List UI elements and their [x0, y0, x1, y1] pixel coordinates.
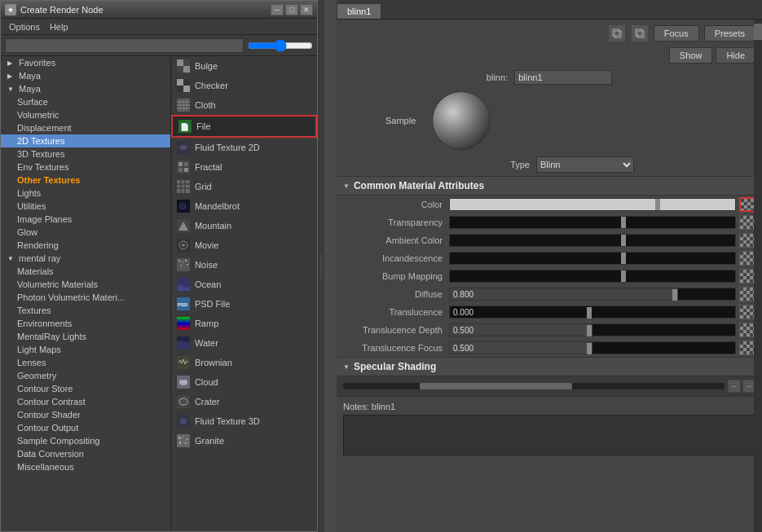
ocean-icon [176, 277, 191, 292]
hide-button[interactable]: Hide [716, 47, 755, 64]
scroll-handle[interactable]: ─ [728, 380, 741, 393]
sidebar-item-environments[interactable]: Environments [1, 317, 170, 330]
tab-blinn1[interactable]: blinn1 [337, 3, 381, 19]
sidebar-item-other-textures[interactable]: Other Textures [1, 174, 170, 187]
texture-item-file[interactable]: 📄 File [171, 115, 317, 138]
panel-divider[interactable] [318, 0, 324, 532]
svg-rect-1 [183, 59, 190, 66]
svg-rect-4 [177, 79, 183, 86]
sidebar-item-data-conversion[interactable]: Data Conversion [1, 447, 170, 460]
maximize-button[interactable]: □ [285, 4, 298, 15]
sidebar-item-glow[interactable]: Glow [1, 226, 170, 239]
sidebar-item-geometry[interactable]: Geometry [1, 369, 170, 382]
texture-item-cloud[interactable]: Cloud [171, 372, 317, 392]
sidebar-item-light-maps[interactable]: Light Maps [1, 343, 170, 356]
notes-textarea[interactable] [343, 415, 755, 455]
texture-label: Fractal [195, 162, 222, 172]
incandescence-checker-btn[interactable] [739, 251, 755, 266]
sidebar-item-contour-output[interactable]: Contour Output [1, 421, 170, 434]
translucence-depth-checker-btn[interactable] [739, 323, 755, 337]
sidebar-item-contour-contrast[interactable]: Contour Contrast [1, 395, 170, 408]
sidebar-item-lights[interactable]: Lights [1, 187, 170, 200]
scrollbar-thumb[interactable] [754, 24, 762, 40]
texture-item-movie[interactable]: Movie [171, 235, 317, 255]
sidebar-item-mr-lights[interactable]: MentalRay Lights [1, 330, 170, 343]
help-menu[interactable]: Help [45, 21, 73, 33]
sidebar-item-utilities[interactable]: Utilities [1, 200, 170, 213]
texture-item-mountain[interactable]: Mountain [171, 216, 317, 235]
transparency-bar[interactable] [449, 216, 736, 229]
search-slider[interactable] [248, 39, 313, 52]
sidebar-item-3d-textures[interactable]: 3D Textures [1, 147, 170, 160]
specular-scrollbar[interactable] [343, 383, 725, 389]
sidebar-item-contour-store[interactable]: Contour Store [1, 382, 170, 395]
color-checker-btn[interactable] [739, 197, 755, 212]
sidebar-item-contour-shader[interactable]: Contour Shader [1, 408, 170, 421]
section-collapse-arrow[interactable]: ▼ [343, 182, 350, 190]
sidebar-item-2d-textures[interactable]: 2D Textures [1, 134, 170, 147]
texture-item-water[interactable]: Water [171, 333, 317, 353]
texture-item-ocean[interactable]: Ocean [171, 275, 317, 294]
translucence-depth-bar[interactable]: 0.500 [449, 323, 736, 336]
incandescence-bar[interactable] [449, 252, 736, 265]
copy-icon-btn[interactable] [608, 24, 626, 42]
blinn-input[interactable] [514, 70, 612, 85]
bump-checker-btn[interactable] [739, 269, 755, 284]
type-select[interactable]: Blinn [536, 156, 634, 173]
transparency-checker-btn[interactable] [739, 215, 755, 230]
focus-button[interactable]: Focus [654, 25, 699, 42]
sidebar-item-materials[interactable]: Materials [1, 265, 170, 278]
sidebar-item-miscellaneous[interactable]: Miscellaneous [1, 460, 170, 473]
texture-item-crater[interactable]: Crater [171, 392, 317, 411]
sidebar-item-displacement[interactable]: Displacement [1, 121, 170, 134]
sidebar-item-label: Lenses [17, 358, 46, 367]
minimize-button[interactable]: ─ [271, 4, 284, 15]
translucence-checker-btn[interactable] [739, 305, 755, 319]
sidebar-item-surface[interactable]: Surface [1, 95, 170, 108]
sidebar-item-env-textures[interactable]: Env Textures [1, 160, 170, 174]
texture-item-granite[interactable]: Granite [171, 431, 317, 451]
specular-collapse-arrow[interactable]: ▼ [343, 363, 350, 371]
sidebar-item-mental-ray[interactable]: ▼ mental ray [1, 252, 170, 265]
texture-item-checker[interactable]: Checker [171, 76, 317, 95]
sidebar-item-favorites[interactable]: ▶ Favorites [1, 56, 170, 69]
sidebar-item-photon-vol[interactable]: Photon Volumetric Materi... [1, 291, 170, 304]
svg-rect-2 [177, 66, 183, 73]
texture-item-fluid-3d[interactable]: Fluid Texture 3D [171, 411, 317, 431]
show-button[interactable]: Show [669, 47, 713, 64]
sidebar-item-rendering[interactable]: Rendering [1, 239, 170, 252]
translucence-bar[interactable]: 0.000 [449, 306, 736, 319]
texture-item-fractal[interactable]: Fractal [171, 157, 317, 177]
translucence-focus-checker-btn[interactable] [739, 341, 755, 355]
translucence-focus-bar[interactable]: 0.500 [449, 341, 736, 354]
texture-item-ramp[interactable]: Ramp [171, 314, 317, 333]
sidebar-item-textures[interactable]: Textures [1, 304, 170, 317]
presets-button[interactable]: Presets [704, 25, 755, 42]
diffuse-checker-btn[interactable] [739, 287, 755, 301]
copy2-icon-btn[interactable] [631, 24, 649, 42]
ambient-checker-btn[interactable] [739, 233, 755, 248]
texture-item-cloth[interactable]: Cloth [171, 95, 317, 115]
sidebar-item-vol-materials[interactable]: Volumetric Materials [1, 278, 170, 291]
bump-bar[interactable] [449, 270, 736, 283]
texture-item-mandelbrot[interactable]: Mandelbrot [171, 196, 317, 216]
sidebar-item-maya-top[interactable]: ▶ Maya [1, 69, 170, 82]
common-attrs-section: ▼ Common Material Attributes [337, 176, 762, 196]
texture-item-bulge[interactable]: Bulge [171, 56, 317, 76]
ambient-bar[interactable] [449, 234, 736, 247]
search-input[interactable] [5, 38, 244, 53]
options-menu[interactable]: Options [4, 21, 45, 33]
close-button[interactable]: ✕ [300, 4, 313, 15]
texture-item-noise[interactable]: Noise [171, 255, 317, 275]
sidebar-item-sample-compositing[interactable]: Sample Compositing [1, 434, 170, 447]
diffuse-bar[interactable]: 0.800 [449, 288, 736, 301]
texture-item-grid[interactable]: Grid [171, 177, 317, 196]
texture-item-psd[interactable]: PSD PSD File [171, 294, 317, 314]
sidebar-item-lenses[interactable]: Lenses [1, 356, 170, 369]
sidebar-item-volumetric[interactable]: Volumetric [1, 108, 170, 121]
texture-item-brownian[interactable]: Brownian [171, 353, 317, 372]
texture-item-fluid-2d[interactable]: Fluid Texture 2D [171, 138, 317, 157]
sidebar-item-image-planes[interactable]: Image Planes [1, 213, 170, 226]
color-bar[interactable] [449, 198, 736, 211]
sidebar-item-maya[interactable]: ▼ Maya [1, 82, 170, 95]
